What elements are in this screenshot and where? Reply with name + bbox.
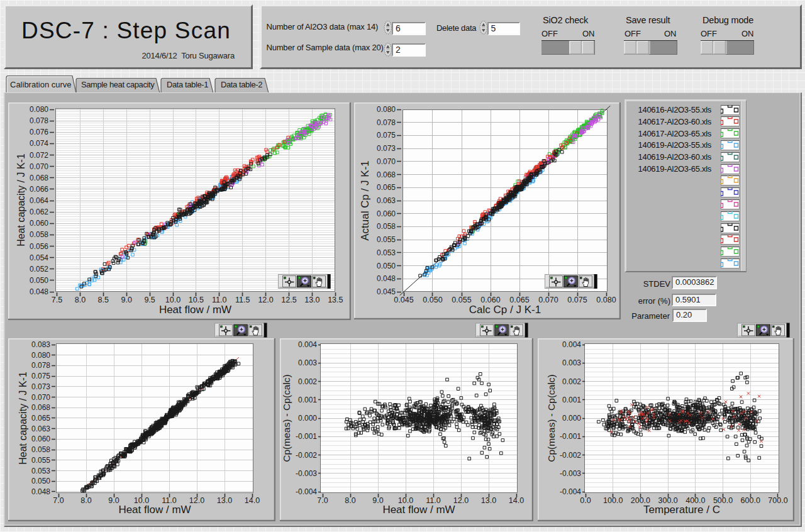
svg-text:9.0: 9.0	[121, 296, 132, 304]
svg-text:0.063: 0.063	[31, 424, 50, 433]
svg-text:0.001: 0.001	[562, 396, 581, 404]
svg-text:0.068: 0.068	[377, 170, 396, 179]
svg-text:12.0: 12.0	[258, 296, 273, 304]
svg-text:0.073: 0.073	[31, 382, 50, 391]
svg-text:12.0: 12.0	[453, 496, 469, 505]
svg-text:0.080: 0.080	[596, 296, 616, 304]
svg-text:Data table-2: Data table-2	[221, 80, 262, 89]
svg-text:0.054: 0.054	[30, 253, 48, 262]
svg-text:0.078: 0.078	[31, 361, 50, 370]
svg-text:0.055: 0.055	[452, 296, 471, 304]
svg-text:9.0: 9.0	[108, 496, 119, 505]
svg-text:Heat capacity / J K-1: Heat capacity / J K-1	[16, 153, 26, 247]
svg-text:0.002: 0.002	[298, 377, 317, 386]
svg-text:0.045: 0.045	[394, 296, 413, 304]
svg-text:-0.003: -0.003	[296, 469, 317, 478]
svg-text:0.004: 0.004	[562, 340, 581, 349]
svg-text:10.5: 10.5	[189, 296, 204, 304]
svg-text:0.075: 0.075	[31, 372, 50, 380]
svg-text:13.0: 13.0	[304, 296, 319, 304]
svg-text:0.048: 0.048	[377, 274, 396, 283]
svg-text:7.5: 7.5	[52, 296, 62, 304]
svg-text:0.070: 0.070	[31, 393, 50, 402]
svg-text:11.5: 11.5	[235, 296, 250, 304]
svg-text:12.5: 12.5	[281, 296, 296, 304]
svg-text:0.065: 0.065	[377, 183, 396, 192]
svg-text:0.070: 0.070	[30, 162, 48, 171]
svg-text:0.060: 0.060	[480, 296, 500, 304]
svg-text:0.058: 0.058	[30, 230, 48, 239]
svg-text:0.052: 0.052	[30, 265, 48, 274]
svg-text:0.078: 0.078	[30, 116, 48, 125]
svg-text:0.065: 0.065	[31, 414, 50, 423]
svg-text:0.066: 0.066	[30, 185, 48, 194]
svg-text:0.053: 0.053	[377, 248, 396, 257]
svg-text:Heat flow / mW: Heat flow / mW	[382, 504, 455, 516]
svg-text:0.075: 0.075	[377, 131, 396, 140]
svg-text:0.050: 0.050	[31, 477, 50, 485]
svg-text:0.076: 0.076	[30, 128, 48, 136]
svg-text:7.0: 7.0	[317, 496, 328, 505]
svg-text:-0.001: -0.001	[296, 432, 317, 441]
svg-text:0.060: 0.060	[30, 219, 48, 228]
svg-text:0.053: 0.053	[31, 467, 50, 475]
svg-text:0.002: 0.002	[562, 377, 581, 386]
svg-text:0.074: 0.074	[30, 139, 48, 148]
svg-text:0.056: 0.056	[30, 242, 48, 251]
svg-text:Cp(meas) - Cp(calc): Cp(meas) - Cp(calc)	[546, 374, 557, 462]
svg-text:Calibration curve: Calibration curve	[10, 80, 72, 89]
svg-text:0.078: 0.078	[377, 118, 396, 127]
svg-text:0.055: 0.055	[377, 235, 396, 244]
svg-text:Actual Cp / J K-1: Actual Cp / J K-1	[359, 160, 371, 241]
svg-text:8.0: 8.0	[75, 296, 86, 304]
svg-text:0.055: 0.055	[31, 456, 50, 465]
svg-text:0.064: 0.064	[30, 196, 48, 205]
svg-text:0.048: 0.048	[31, 487, 50, 496]
svg-text:Heat flow / mW: Heat flow / mW	[159, 304, 231, 316]
svg-text:0.080: 0.080	[30, 105, 48, 114]
svg-text:9.5: 9.5	[144, 296, 155, 304]
svg-text:Heat capacity / J K-1: Heat capacity / J K-1	[18, 372, 28, 465]
svg-text:-0.004: -0.004	[560, 487, 581, 496]
svg-text:-0.001: -0.001	[560, 432, 581, 441]
svg-text:0.050: 0.050	[423, 296, 442, 304]
svg-text:11.0: 11.0	[212, 296, 226, 304]
svg-text:Heat flow / mW: Heat flow / mW	[118, 504, 191, 516]
svg-text:0.080: 0.080	[377, 105, 396, 114]
svg-text:0.000: 0.000	[562, 414, 581, 423]
svg-text:-0.004: -0.004	[296, 487, 317, 496]
svg-text:13.0: 13.0	[217, 496, 232, 505]
svg-text:0.0: 0.0	[580, 496, 591, 505]
svg-text:0.048: 0.048	[30, 287, 48, 296]
svg-text:100.0: 100.0	[603, 496, 623, 505]
svg-text:0.070: 0.070	[377, 157, 396, 166]
svg-text:12.0: 12.0	[189, 496, 204, 505]
svg-text:13.5: 13.5	[328, 296, 343, 304]
svg-text:0.045: 0.045	[377, 287, 396, 296]
svg-text:-0.002: -0.002	[560, 451, 581, 460]
svg-text:0.058: 0.058	[377, 222, 396, 231]
svg-text:14.0: 14.0	[509, 496, 524, 505]
svg-text:0.058: 0.058	[31, 445, 50, 454]
svg-text:0.060: 0.060	[31, 435, 50, 443]
svg-text:7.0: 7.0	[53, 496, 64, 505]
svg-text:13.0: 13.0	[481, 496, 496, 505]
svg-text:8.0: 8.0	[345, 496, 355, 505]
svg-text:Data table-1: Data table-1	[167, 80, 208, 89]
svg-text:8.5: 8.5	[98, 296, 109, 304]
svg-text:0.063: 0.063	[377, 196, 396, 205]
svg-text:Temperature / C: Temperature / C	[643, 504, 720, 516]
svg-text:0.083: 0.083	[31, 340, 50, 349]
svg-text:-0.003: -0.003	[560, 469, 581, 478]
svg-text:0.000: 0.000	[298, 414, 317, 423]
svg-text:0.072: 0.072	[30, 151, 48, 160]
svg-text:0.003: 0.003	[562, 358, 581, 367]
svg-text:Cp(meas) - Cp(calc): Cp(meas) - Cp(calc)	[281, 374, 292, 462]
svg-text:0.001: 0.001	[298, 396, 317, 404]
svg-text:0.050: 0.050	[30, 276, 48, 285]
svg-text:14.0: 14.0	[245, 496, 260, 505]
svg-text:8.0: 8.0	[80, 496, 91, 505]
svg-text:0.073: 0.073	[377, 144, 396, 153]
svg-text:Calc Cp / J K-1: Calc Cp / J K-1	[469, 304, 541, 316]
svg-text:-0.002: -0.002	[296, 451, 317, 460]
